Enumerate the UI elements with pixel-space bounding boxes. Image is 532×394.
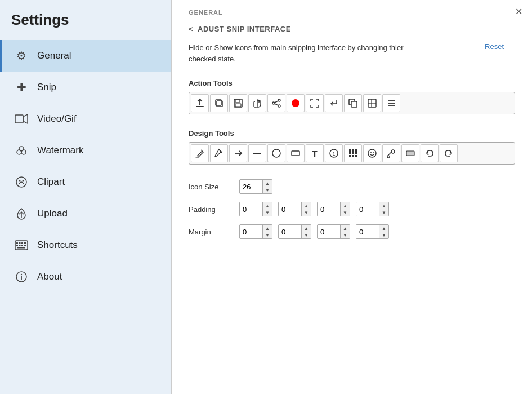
margin-up-3[interactable]: ▲: [379, 225, 388, 232]
reset-link[interactable]: Reset: [485, 42, 504, 51]
margin-spinbox-0[interactable]: ▲▼: [239, 224, 272, 239]
svg-rect-53: [349, 152, 351, 154]
svg-point-59: [368, 149, 376, 157]
tool-rectangle[interactable]: [287, 144, 305, 162]
padding-up-1[interactable]: ▲: [302, 202, 311, 209]
svg-rect-50: [349, 149, 351, 152]
svg-rect-51: [352, 149, 354, 152]
close-button[interactable]: ✕: [512, 5, 525, 18]
margin-down-3[interactable]: ▼: [379, 232, 388, 238]
form-section: Icon Size ▲ ▼ Padding ▲▼: [172, 175, 532, 251]
margin-input-1[interactable]: [279, 225, 301, 238]
tool-duplicate[interactable]: [344, 94, 362, 112]
padding-up-0[interactable]: ▲: [263, 202, 272, 209]
svg-rect-26: [236, 99, 239, 103]
tool-pencil[interactable]: [191, 144, 209, 162]
margin-row: Margin ▲▼ ▲▼ ▲▼: [189, 224, 515, 239]
tool-eyedropper[interactable]: [382, 144, 400, 162]
sidebar-label-general: General: [37, 50, 71, 61]
padding-up-2[interactable]: ▲: [341, 202, 350, 209]
padding-spinbox-0[interactable]: ▲▼: [239, 202, 272, 216]
tool-text[interactable]: T: [306, 144, 324, 162]
tool-enter[interactable]: [325, 94, 343, 112]
margin-up-1[interactable]: ▲: [302, 225, 311, 232]
sidebar-label-shortcuts: Shortcuts: [37, 240, 78, 251]
tool-emoji[interactable]: [363, 144, 381, 162]
padding-down-1[interactable]: ▼: [302, 209, 311, 216]
tool-pen[interactable]: [210, 144, 228, 162]
padding-input-1[interactable]: [279, 202, 301, 216]
tool-grid[interactable]: [363, 94, 381, 112]
svg-rect-12: [21, 242, 23, 244]
svg-point-33: [292, 99, 299, 107]
padding-down-2[interactable]: ▼: [341, 209, 350, 216]
sidebar-item-watermark[interactable]: Watermark: [0, 135, 171, 166]
tool-undo[interactable]: [421, 144, 439, 162]
margin-label: Margin: [189, 228, 239, 236]
tool-numbered[interactable]: 1: [325, 144, 343, 162]
padding-input-0[interactable]: [240, 202, 262, 216]
margin-up-0[interactable]: ▲: [263, 225, 272, 232]
sidebar-item-upload[interactable]: Upload: [0, 198, 171, 229]
tool-menu[interactable]: [382, 94, 400, 112]
tool-arrow[interactable]: [229, 144, 247, 162]
tool-share[interactable]: [267, 94, 285, 112]
svg-rect-27: [235, 104, 241, 107]
icon-size-arrows: ▲ ▼: [262, 180, 272, 193]
keyboard-icon: [14, 237, 29, 253]
margin-input-0[interactable]: [240, 225, 262, 238]
padding-spinbox-1[interactable]: ▲▼: [278, 202, 311, 216]
tool-copy[interactable]: [210, 94, 228, 112]
padding-input-3[interactable]: [356, 202, 379, 216]
tool-drag[interactable]: [248, 94, 266, 112]
tool-upload[interactable]: [191, 94, 209, 112]
padding-down-3[interactable]: ▼: [379, 209, 388, 216]
sidebar-label-watermark: Watermark: [37, 145, 84, 156]
padding-spinbox-3[interactable]: ▲▼: [356, 202, 389, 216]
svg-rect-55: [355, 152, 357, 154]
padding-input-2[interactable]: [318, 202, 340, 216]
upload-icon: [14, 206, 29, 222]
sidebar-item-videogif[interactable]: Video/Gif: [0, 103, 171, 135]
info-icon: [14, 269, 29, 285]
margin-spinbox-2[interactable]: ▲▼: [317, 224, 350, 239]
svg-rect-58: [355, 155, 357, 157]
tool-save[interactable]: [229, 94, 247, 112]
sidebar-item-shortcuts[interactable]: Shortcuts: [0, 229, 171, 261]
sidebar-item-snip[interactable]: ✚ Snip: [0, 72, 171, 103]
tool-fullscreen[interactable]: [306, 94, 324, 112]
padding-label: Padding: [189, 205, 239, 214]
tool-pixelate[interactable]: [344, 144, 362, 162]
padding-down-0[interactable]: ▼: [263, 209, 272, 216]
padding-up-3[interactable]: ▲: [379, 202, 388, 209]
tool-redo[interactable]: [440, 144, 458, 162]
icon-size-input[interactable]: [240, 180, 262, 193]
icon-size-up[interactable]: ▲: [263, 180, 272, 187]
icon-size-down[interactable]: ▼: [263, 187, 272, 193]
sidebar-item-general[interactable]: ⚙ General: [0, 40, 171, 72]
svg-rect-17: [24, 245, 27, 246]
margin-down-2[interactable]: ▼: [341, 232, 350, 238]
margin-spinbox-3[interactable]: ▲▼: [356, 224, 389, 239]
padding-group: ▲▼ ▲▼ ▲▼ ▲▼: [239, 202, 392, 216]
margin-input-2[interactable]: [318, 225, 340, 238]
margin-input-3[interactable]: [356, 225, 379, 238]
margin-up-2[interactable]: ▲: [341, 225, 350, 232]
margin-down-0[interactable]: ▼: [263, 232, 272, 238]
tool-line[interactable]: [248, 144, 266, 162]
margin-spinbox-1[interactable]: ▲▼: [278, 224, 311, 239]
tool-record[interactable]: [287, 94, 305, 112]
tool-blur-rect[interactable]: [401, 144, 419, 162]
padding-spinbox-2[interactable]: ▲▼: [317, 202, 350, 216]
svg-rect-11: [19, 242, 21, 244]
icon-size-spinbox[interactable]: ▲ ▼: [239, 179, 272, 194]
sidebar-item-about[interactable]: About: [0, 261, 171, 293]
tool-circle[interactable]: [267, 144, 285, 162]
svg-rect-22: [196, 106, 204, 107]
chevron-left-icon: <: [189, 25, 193, 33]
svg-rect-56: [349, 155, 351, 157]
sidebar-item-clipart[interactable]: Clipart: [0, 166, 171, 198]
svg-rect-13: [24, 242, 27, 244]
margin-down-1[interactable]: ▼: [302, 232, 311, 238]
svg-text:1: 1: [332, 151, 335, 157]
